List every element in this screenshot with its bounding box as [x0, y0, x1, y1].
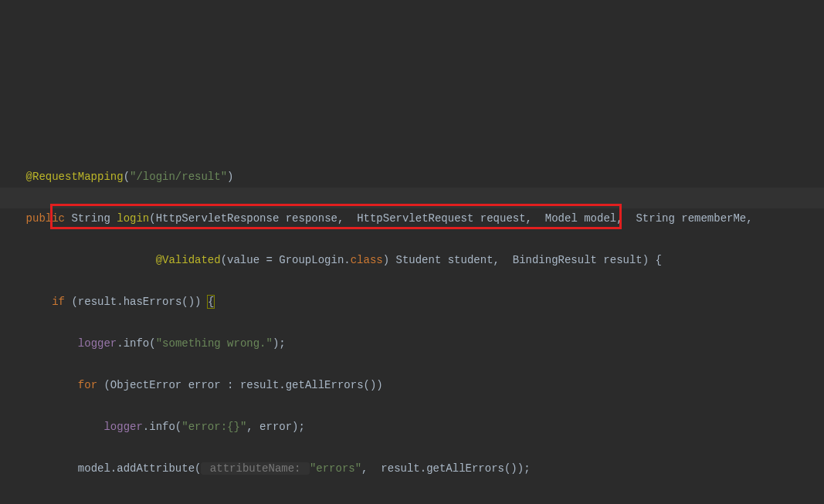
code-editor[interactable]: @RequestMapping("/login/result") public … [0, 146, 824, 504]
code-line[interactable]: if (result.hasErrors()) { [0, 292, 824, 313]
code-line[interactable]: @Validated(value = GroupLogin.class) Stu… [0, 250, 824, 271]
param-hint: attributeName: [201, 462, 309, 475]
code-line[interactable]: public String login(HttpServletResponse … [0, 208, 824, 229]
code-line[interactable]: model.addAttribute( attributeName: "erro… [0, 458, 824, 479]
code-line[interactable]: for (ObjectError error : result.getAllEr… [0, 375, 824, 396]
code-line[interactable]: logger.info("something wrong."); [0, 333, 824, 354]
code-line[interactable]: @RequestMapping("/login/result") [0, 167, 824, 188]
code-line[interactable]: logger.info("error:{}", error); [0, 417, 824, 438]
code-line[interactable]: return "login"; [0, 500, 824, 504]
